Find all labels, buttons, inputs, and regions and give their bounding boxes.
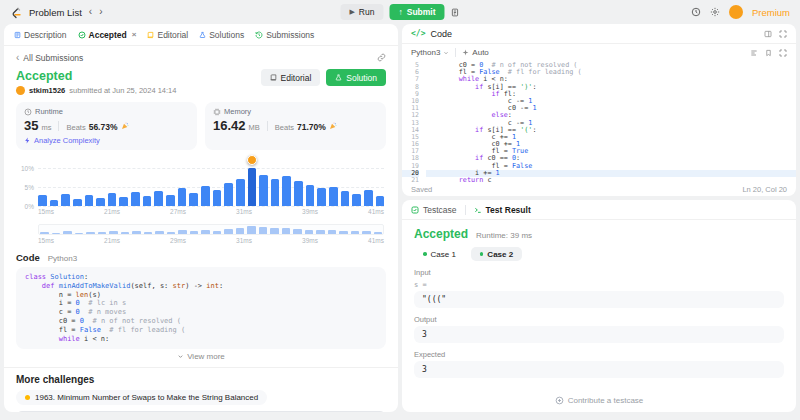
solution-button[interactable]: Solution — [326, 69, 386, 86]
chart-bar[interactable] — [259, 175, 268, 206]
chart-bar[interactable] — [143, 196, 152, 206]
chart-bar[interactable] — [61, 194, 70, 206]
close-icon[interactable]: × — [132, 30, 137, 39]
run-button[interactable]: ▶ Run — [340, 4, 383, 20]
runtime-card[interactable]: Runtime 35 ms Beats 56.73% Analyze Compl… — [16, 102, 197, 150]
chart-bar[interactable] — [236, 179, 245, 206]
chart-bar[interactable] — [108, 193, 117, 206]
memory-value: 16.42 — [213, 118, 246, 133]
tab-solutions[interactable]: Solutions — [199, 30, 244, 40]
view-more-link[interactable]: View more — [16, 352, 386, 361]
chart-bar[interactable] — [96, 198, 105, 206]
party-popper-icon — [121, 122, 129, 130]
copy-link-icon[interactable] — [377, 53, 386, 62]
user-position-marker — [247, 155, 257, 165]
chart-bar[interactable] — [364, 190, 373, 206]
chart-bar[interactable] — [271, 179, 280, 206]
cursor-position: Ln 20, Col 20 — [742, 185, 787, 194]
problem-list-link[interactable]: Problem List — [29, 7, 82, 18]
all-submissions-link[interactable]: ‹ All Submissions — [16, 52, 83, 63]
submission-panel: Description Accepted × Editorial Solutio… — [4, 24, 398, 412]
chart-bar[interactable] — [282, 176, 291, 206]
chart-bar[interactable] — [189, 193, 198, 206]
chart-bar[interactable] — [131, 192, 140, 206]
mini-chart-bar — [224, 229, 233, 234]
editor-code[interactable]: c0 = 0 # n of not resolved ( fl = False … — [426, 62, 796, 182]
chart-bar[interactable] — [317, 188, 326, 206]
leetcode-logo[interactable] — [10, 6, 22, 19]
tab-submissions[interactable]: Submissions — [255, 30, 314, 40]
chart-bar[interactable] — [50, 200, 59, 206]
plus-circle-icon — [555, 396, 564, 405]
chart-bar[interactable] — [224, 183, 233, 206]
chart-brush[interactable]: 15ms21ms29ms31ms39ms41ms — [38, 224, 384, 244]
submitter-name: stkim1526 — [29, 86, 65, 95]
tab-description[interactable]: Description — [14, 30, 67, 40]
code-editor[interactable]: 5678910111213141516171819202122 c0 = 0 #… — [402, 61, 796, 182]
chart-bar[interactable] — [201, 186, 210, 206]
memory-card[interactable]: Memory 16.42 MB Beats 71.70% — [205, 102, 386, 150]
mini-chart-bar — [121, 232, 130, 234]
editorial-button[interactable]: Editorial — [261, 69, 321, 86]
divider — [465, 205, 466, 215]
input-var-name: s = — [414, 281, 784, 289]
case-1-button[interactable]: Case 1 — [414, 247, 465, 261]
chevron-down-icon — [443, 50, 449, 56]
submit-button[interactable]: ↑ Submit — [389, 4, 444, 20]
chart-bar[interactable] — [294, 181, 303, 206]
expand-icon[interactable] — [779, 30, 787, 38]
tab-testcase[interactable]: Testcase — [411, 205, 457, 215]
chart-bar[interactable] — [119, 197, 128, 206]
mini-chart-bars[interactable] — [38, 224, 384, 235]
stats-cards: Runtime 35 ms Beats 56.73% Analyze Compl… — [16, 102, 386, 150]
mini-chart-bar — [236, 228, 245, 234]
tab-test-result[interactable]: Test Result — [474, 205, 531, 215]
notes-input[interactable] — [16, 411, 386, 412]
chart-bar[interactable] — [329, 187, 338, 206]
challenge-link[interactable]: 1963. Minimum Number of Swaps to Make th… — [16, 390, 267, 405]
bookmark-icon[interactable] — [765, 49, 772, 57]
code-editor-panel: </> Code Python3 Auto — [402, 24, 796, 196]
chart-bar[interactable] — [341, 191, 350, 206]
chart-bar[interactable] — [213, 190, 222, 206]
runtime-chart-bars — [38, 160, 384, 206]
next-problem-icon[interactable]: › — [99, 7, 102, 17]
chart-bar[interactable] — [306, 185, 315, 206]
mini-chart-bar — [178, 230, 187, 234]
user-avatar[interactable] — [729, 5, 743, 19]
notes-icon[interactable] — [451, 8, 460, 17]
analyze-complexity-link[interactable]: Analyze Complexity — [24, 136, 189, 145]
flask-icon — [199, 31, 206, 39]
divider — [4, 367, 398, 368]
code-panel-title: Code — [430, 29, 452, 39]
chart-bar[interactable] — [248, 168, 257, 206]
format-icon[interactable] — [750, 49, 758, 57]
tab-editorial[interactable]: Editorial — [147, 30, 188, 40]
contribute-testcase-link[interactable]: Contribute a testcase — [414, 390, 784, 412]
gear-icon[interactable] — [710, 7, 720, 17]
chart-bar[interactable] — [352, 194, 361, 206]
layout-icon[interactable] — [764, 30, 772, 38]
prev-problem-icon[interactable]: ‹ — [89, 7, 92, 17]
chart-bar[interactable] — [154, 191, 163, 206]
fullscreen-icon[interactable] — [779, 49, 787, 57]
input-value: "(((" — [414, 291, 784, 308]
timer-icon[interactable] — [691, 7, 701, 17]
chart-bar[interactable] — [73, 199, 82, 206]
chart-bar[interactable] — [166, 195, 175, 207]
chart-bar[interactable] — [85, 195, 94, 207]
chart-bar[interactable] — [38, 195, 47, 206]
submitted-meta: stkim1526 submitted at Jun 25, 2024 14:1… — [16, 86, 176, 95]
tab-accepted[interactable]: Accepted × — [78, 30, 137, 40]
language-selector[interactable]: Python3 — [411, 48, 449, 57]
premium-link[interactable]: Premium — [752, 7, 790, 18]
mini-chart-bar — [167, 232, 176, 235]
mini-chart-bar — [351, 231, 360, 234]
submission-detail: ‹ All Submissions Accepted stkim1526 sub… — [4, 46, 398, 412]
auto-toggle[interactable]: Auto — [462, 48, 488, 57]
chart-bar[interactable] — [178, 188, 187, 206]
divider — [455, 48, 456, 57]
mini-chart-bar — [40, 232, 49, 234]
chart-bar[interactable] — [376, 196, 385, 206]
case-2-button[interactable]: Case 2 — [471, 247, 522, 261]
